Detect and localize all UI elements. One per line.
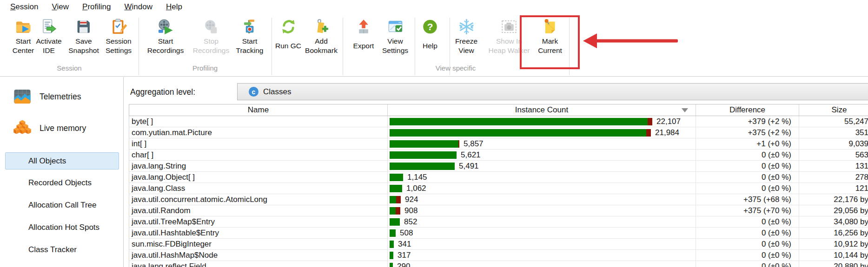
table-row[interactable]: char[ ] 5,621 0 (±0 %) 563: [129, 150, 868, 161]
freeze-view-button[interactable]: Freeze View: [455, 19, 477, 56]
menu-item-window[interactable]: Window: [118, 1, 159, 13]
row-instance-count-value: 1,145: [407, 172, 427, 182]
add-bookmark-button[interactable]: Add Bookmark: [305, 19, 338, 56]
instance-count-bar: [390, 118, 652, 125]
instance-count-bar: [390, 196, 401, 203]
start-center-button[interactable]: Start Center: [13, 19, 34, 56]
row-size-value: 34,080 by: [799, 216, 868, 227]
profiler-window: SessionViewProfilingWindowHelp Start Cen…: [0, 0, 868, 267]
row-instance-count-value: 908: [404, 205, 417, 216]
menu-item-session[interactable]: Session: [4, 1, 45, 13]
help-button[interactable]: Help: [422, 19, 438, 56]
menu-item-profiling[interactable]: Profiling: [76, 1, 118, 13]
export-button[interactable]: Export: [353, 19, 374, 56]
table-body: byte[ ] 22,107 +379 (+2 %) 55,247 com.yu…: [129, 116, 868, 267]
row-size-value: 351: [799, 127, 868, 138]
table-row[interactable]: java.lang.reflect.Field 290 0 (±0 %) 20,…: [129, 261, 868, 267]
sidebar-item-label: Class Tracker: [28, 245, 77, 254]
table-row[interactable]: java.util.TreeMap$Entry 852 0 (±0 %) 34,…: [129, 216, 868, 228]
row-class-name: java.util.concurrent.atomic.AtomicLong: [129, 194, 387, 205]
toolbar-group-label: View specific: [436, 64, 476, 72]
toolbar-group-divider: [272, 18, 272, 75]
toolbar-group-divider: [139, 18, 139, 75]
session-settings-button[interactable]: Session Settings: [106, 19, 132, 56]
column-header-difference[interactable]: Difference: [696, 104, 799, 116]
row-class-name: int[ ]: [129, 138, 387, 149]
row-size-value: 278: [799, 172, 868, 182]
row-instance-count-cell: 317: [387, 250, 696, 260]
sidebar-view-group-live-memory[interactable]: Live memory: [0, 115, 123, 141]
table-row[interactable]: java.util.HashMap$Node 317 0 (±0 %) 10,1…: [129, 250, 868, 261]
column-header-size[interactable]: Size: [799, 104, 868, 116]
run-gc-button[interactable]: Run GC: [275, 19, 301, 56]
save-snapshot-button[interactable]: Save Snapshot: [68, 19, 99, 56]
row-difference-value: 0 (±0 %): [696, 150, 799, 160]
menu-item-help[interactable]: Help: [159, 1, 189, 13]
sidebar-item-allocation-call-tree[interactable]: Allocation Call Tree: [5, 196, 119, 214]
menu-item-view[interactable]: View: [45, 1, 76, 13]
row-class-name: java.util.TreeMap$Entry: [129, 216, 387, 227]
sort-descending-icon: [682, 108, 688, 112]
row-difference-value: 0 (±0 %): [696, 261, 799, 267]
row-class-name: java.lang.reflect.Field: [129, 261, 387, 267]
row-size-value: 16,256 by: [799, 228, 868, 238]
marked-difference-bar-segment: [646, 129, 651, 137]
row-difference-value: 0 (±0 %): [696, 239, 799, 249]
row-difference-value: 0 (±0 %): [696, 172, 799, 182]
sidebar-view-groups: Telemetries Live memory: [0, 84, 123, 141]
table-row[interactable]: java.lang.String 5,491 0 (±0 %) 131: [129, 161, 868, 172]
export-icon: [356, 19, 372, 35]
table-row[interactable]: com.yutian.mat.Picture 21,984 +375 (+2 %…: [129, 127, 868, 138]
row-difference-value: +375 (+68 %): [696, 194, 799, 205]
instance-count-bar: [390, 241, 394, 248]
menu-bar: SessionViewProfilingWindowHelp: [0, 0, 868, 14]
sidebar-item-class-tracker[interactable]: Class Tracker: [5, 241, 119, 259]
sidebar-view-group-label: Telemetries: [40, 92, 81, 102]
table-row[interactable]: sun.misc.FDBigInteger 341 0 (±0 %) 10,91…: [129, 239, 868, 250]
instance-count-bar: [390, 140, 459, 148]
toolbar: Start Center Activate IDE Save Snapshot …: [0, 14, 868, 77]
marked-difference-bar-segment: [648, 118, 652, 125]
start-recordings-button[interactable]: Start Recordings: [147, 19, 184, 56]
table-row[interactable]: java.util.Random 908 +375 (+70 %) 29,056…: [129, 205, 868, 216]
view-settings-button[interactable]: View Settings: [382, 19, 408, 56]
sidebar-view-group-telemetries[interactable]: Telemetries: [0, 84, 123, 110]
row-difference-value: 0 (±0 %): [696, 250, 799, 260]
table-row[interactable]: java.util.Hashtable$Entry 508 0 (±0 %) 1…: [129, 228, 868, 239]
sidebar-item-label: Allocation Hot Spots: [28, 223, 99, 232]
sidebar-item-label: All Objects: [28, 156, 66, 166]
telemetries-icon: [13, 87, 32, 106]
column-header-name[interactable]: Name: [129, 104, 387, 116]
row-difference-value: 0 (±0 %): [696, 228, 799, 238]
run-gc-icon: [280, 19, 297, 35]
start-recordings-icon: [158, 19, 174, 35]
row-instance-count-value: 508: [400, 228, 413, 238]
row-instance-count-value: 317: [398, 250, 411, 260]
row-instance-count-cell: 5,857: [387, 138, 696, 149]
row-size-value: 121: [799, 183, 868, 194]
instance-count-bar: [390, 263, 393, 267]
row-difference-value: 0 (±0 %): [696, 216, 799, 227]
table-row[interactable]: byte[ ] 22,107 +379 (+2 %) 55,247: [129, 116, 868, 127]
start-center-icon: [15, 19, 32, 35]
stop-recordings-icon: [203, 19, 219, 35]
heap-walker-icon: [501, 19, 517, 35]
toolbar-button-label: Start Recordings: [147, 36, 184, 56]
table-row[interactable]: java.util.concurrent.atomic.AtomicLong 9…: [129, 194, 868, 205]
table-row[interactable]: int[ ] 5,857 +1 (+0 %) 9,039: [129, 138, 868, 150]
table-row[interactable]: java.lang.Class 1,062 0 (±0 %) 121: [129, 183, 868, 194]
toolbar-group-label: Session: [57, 64, 81, 72]
table-row[interactable]: java.lang.Object[ ] 1,145 0 (±0 %) 278: [129, 172, 868, 183]
sidebar-item-recorded-objects[interactable]: Recorded Objects: [5, 174, 119, 192]
sidebar-item-all-objects[interactable]: All Objects: [5, 152, 119, 169]
freeze-view-icon: [458, 19, 475, 35]
activate-ide-button[interactable]: Activate IDE: [36, 19, 61, 56]
instance-count-bar: [390, 129, 651, 137]
column-header-instance-count[interactable]: Instance Count: [387, 104, 696, 116]
row-class-name: java.lang.Class: [129, 183, 387, 194]
sidebar-item-allocation-hot-spots[interactable]: Allocation Hot Spots: [5, 219, 119, 236]
aggregation-level-select[interactable]: c Classes: [237, 83, 868, 100]
start-tracking-button[interactable]: Start Tracking: [236, 19, 264, 56]
toolbar-group-divider: [415, 18, 415, 75]
toolbar-button-label: Help: [423, 36, 437, 56]
